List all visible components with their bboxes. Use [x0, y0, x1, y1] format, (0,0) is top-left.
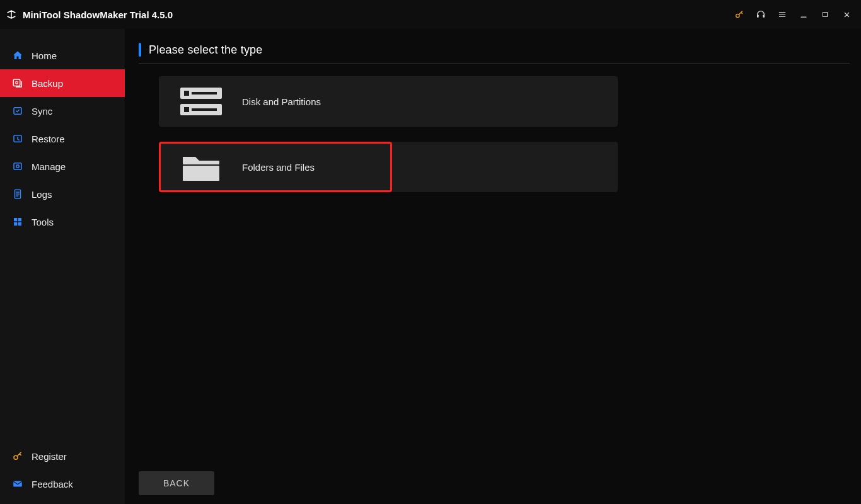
- heading-accent-bar: [139, 43, 141, 57]
- svg-rect-2: [763, 15, 765, 18]
- body: Home Backup Sync: [0, 29, 861, 504]
- svg-rect-23: [183, 166, 219, 181]
- panel-heading: Please select the type: [139, 43, 850, 64]
- svg-point-5: [16, 81, 18, 84]
- app-title: MiniTool ShadowMaker Trial 4.5.0: [23, 9, 173, 20]
- app-window: MiniTool ShadowMaker Trial 4.5.0: [0, 0, 861, 504]
- option-label: Folders and Files: [242, 162, 315, 173]
- svg-rect-18: [184, 91, 189, 96]
- mail-icon: [11, 478, 24, 490]
- tools-icon: [11, 215, 24, 228]
- logs-icon: [11, 188, 24, 200]
- sidebar-item-restore[interactable]: Restore: [0, 125, 125, 152]
- option-label: Disk and Partitions: [242, 96, 321, 107]
- sidebar-item-register[interactable]: Register: [0, 442, 125, 470]
- panel-title: Please select the type: [149, 43, 263, 57]
- svg-rect-22: [192, 108, 217, 111]
- option-disk-partitions[interactable]: Disk and Partitions: [159, 76, 618, 127]
- sidebar-bottom: Register Feedback: [0, 442, 125, 498]
- sidebar-item-label: Backup: [32, 78, 63, 89]
- app-logo-icon: [5, 8, 18, 21]
- sidebar: Home Backup Sync: [0, 29, 125, 504]
- main-panel: Please select the type Disk: [125, 29, 861, 504]
- svg-rect-3: [823, 13, 828, 17]
- svg-rect-13: [14, 222, 17, 226]
- maximize-icon[interactable]: [814, 5, 836, 24]
- svg-rect-11: [14, 218, 17, 221]
- svg-rect-8: [14, 163, 21, 170]
- type-options: Disk and Partitions Folders and Files: [139, 76, 850, 192]
- back-button[interactable]: BACK: [139, 471, 214, 495]
- sidebar-item-sync[interactable]: Sync: [0, 97, 125, 125]
- support-headset-icon[interactable]: [750, 5, 771, 24]
- sidebar-item-label: Register: [32, 451, 67, 462]
- svg-rect-21: [184, 107, 189, 112]
- disk-icon: [179, 84, 223, 119]
- backup-icon: [11, 77, 24, 89]
- folder-icon: [179, 149, 223, 185]
- nav-list: Home Backup Sync: [0, 42, 125, 236]
- manage-icon: [11, 160, 24, 173]
- sidebar-item-backup[interactable]: Backup: [0, 69, 125, 97]
- svg-rect-19: [192, 92, 217, 94]
- sidebar-item-label: Feedback: [32, 479, 73, 490]
- svg-rect-16: [13, 481, 22, 487]
- sidebar-item-feedback[interactable]: Feedback: [0, 470, 125, 498]
- panel-footer: BACK: [139, 466, 850, 495]
- sidebar-item-manage[interactable]: Manage: [0, 152, 125, 180]
- sidebar-item-label: Sync: [32, 106, 52, 117]
- sidebar-item-label: Restore: [32, 134, 65, 144]
- sync-icon: [11, 105, 24, 117]
- option-folders-files[interactable]: Folders and Files: [159, 142, 392, 192]
- sidebar-item-label: Manage: [32, 161, 66, 172]
- sidebar-item-label: Tools: [32, 217, 54, 227]
- sidebar-item-home[interactable]: Home: [0, 42, 125, 69]
- svg-point-9: [16, 165, 20, 168]
- sidebar-item-logs[interactable]: Logs: [0, 180, 125, 208]
- sidebar-item-label: Home: [32, 50, 57, 61]
- home-icon: [11, 49, 24, 62]
- svg-rect-14: [18, 222, 21, 226]
- option-folders-files-wrap: Folders and Files: [159, 142, 618, 192]
- svg-rect-1: [757, 15, 759, 18]
- restore-icon: [11, 132, 24, 145]
- menu-icon[interactable]: [771, 5, 793, 24]
- sidebar-item-label: Logs: [32, 189, 52, 200]
- title-bar: MiniTool ShadowMaker Trial 4.5.0: [0, 0, 861, 29]
- svg-rect-4: [13, 79, 20, 86]
- svg-rect-12: [18, 218, 21, 221]
- register-key-icon[interactable]: [729, 5, 750, 24]
- sidebar-item-tools[interactable]: Tools: [0, 208, 125, 236]
- close-icon[interactable]: [836, 5, 857, 24]
- key-icon: [11, 450, 24, 462]
- minimize-icon[interactable]: [793, 5, 814, 24]
